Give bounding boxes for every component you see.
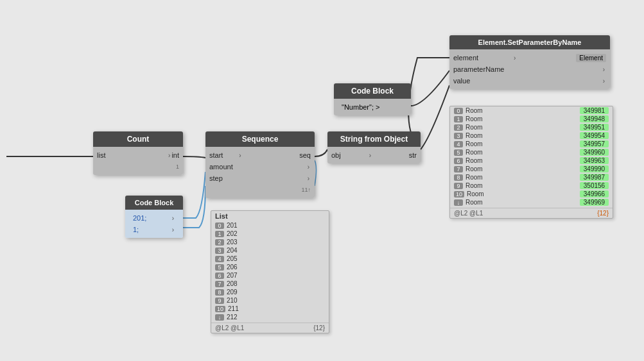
string-output-str: str — [409, 151, 417, 159]
string-input-obj: obj — [331, 151, 368, 159]
room-item: 8 Room 349987 — [450, 173, 613, 181]
codeblock-bottom-node: Code Block 201; › 1; › — [125, 196, 183, 238]
list-item: 8 209 — [211, 288, 329, 296]
seq-input-start: start — [209, 151, 238, 159]
count-output-int: int — [171, 151, 179, 159]
list-item: 4 205 — [211, 255, 329, 263]
list-item: 9 210 — [211, 296, 329, 305]
setparam-output-element: Element — [576, 54, 606, 62]
codeblock-top-title: Code Block — [334, 83, 411, 99]
count-input-list: list — [97, 151, 167, 159]
list-panel-header: List — [211, 211, 329, 221]
setparam-input-value: value — [453, 77, 602, 85]
count-node-title: Count — [93, 131, 183, 147]
room-footer-left: @L2 @L1 — [454, 210, 483, 217]
room-item: 4 Room 349957 — [450, 140, 613, 148]
string-node-body: obj › str — [327, 147, 421, 164]
codeblock-line2-row: 1; › — [129, 224, 179, 235]
count-row-number: 1 — [93, 161, 183, 172]
sequence-row-start: start › seq — [205, 149, 315, 161]
codeblock-line1-row: 201; › — [129, 212, 179, 224]
string-row-obj: obj › str — [327, 149, 421, 161]
string-node-title: String from Object — [327, 131, 421, 147]
room-item: 1 Room 349948 — [450, 115, 613, 123]
list-item: 5 206 — [211, 263, 329, 271]
sequence-row-step: step › — [205, 172, 315, 184]
list-footer-left: @L2 @L1 — [215, 324, 244, 332]
room-footer-right: {12} — [597, 210, 609, 217]
codeblock-bottom-body: 201; › 1; › — [125, 210, 183, 238]
sequence-footer-row: 11↑ — [205, 184, 315, 196]
room-item: ↓ Room 349969 — [450, 198, 613, 206]
room-item: 0 Room 349981 — [450, 106, 613, 115]
list-item: 10 211 — [211, 305, 329, 313]
sequence-node: Sequence start › seq amount › step › 11↑ — [205, 131, 315, 198]
room-item: 3 Room 349954 — [450, 131, 613, 140]
room-item: 2 Room 349951 — [450, 123, 613, 131]
room-panel-scroll-area: 0 Room 349981 1 Room 349948 2 Room 34995… — [450, 106, 613, 206]
codeblock-line1: 201; — [133, 214, 171, 222]
seq-input-amount: amount — [209, 163, 306, 171]
room-item: 6 Room 349963 — [450, 156, 613, 165]
list-item: 7 208 — [211, 280, 329, 288]
list-item: 2 203 — [211, 238, 329, 246]
codeblock-bottom-title: Code Block — [125, 196, 183, 210]
setparam-input-paramname: parameterName — [453, 65, 602, 73]
setparam-row-value: value › — [449, 75, 610, 87]
list-item: 0 201 — [211, 221, 329, 230]
list-footer: @L2 @L1 {12} — [211, 323, 329, 333]
room-panel: 0 Room 349981 1 Room 349948 2 Room 34995… — [449, 106, 613, 219]
string-from-object-node: String from Object obj › str — [327, 131, 421, 164]
room-items: 0 Room 349981 1 Room 349948 2 Room 34995… — [450, 106, 613, 206]
sequence-node-title: Sequence — [205, 131, 315, 147]
list-item: ↓ 212 — [211, 313, 329, 321]
sequence-node-body: start › seq amount › step › 11↑ — [205, 147, 315, 198]
set-param-body: element › Element parameterName › value … — [449, 49, 610, 89]
seq-input-step: step — [209, 174, 306, 182]
list-item: 1 202 — [211, 230, 329, 238]
setparam-row-paramname: parameterName › — [449, 63, 610, 75]
sequence-row-amount: amount › — [205, 161, 315, 172]
codeblock-top-node: Code Block "Number"; > — [334, 83, 411, 115]
set-param-title: Element.SetParameterByName — [449, 35, 610, 49]
room-item: 5 Room 349960 — [450, 148, 613, 156]
list-item: 3 204 — [211, 246, 329, 255]
room-item: 7 Room 349990 — [450, 165, 613, 173]
list-item: 6 207 — [211, 271, 329, 280]
room-footer: @L2 @L1 {12} — [450, 208, 613, 218]
codeblock-line2: 1; — [133, 226, 171, 233]
count-node-body: list › int 1 — [93, 147, 183, 175]
canvas: Count list › int 1 Sequence start › seq — [0, 0, 644, 361]
count-row-list: list › int — [93, 149, 183, 161]
room-item: 10 Room 349966 — [450, 190, 613, 198]
seq-output-seq: seq — [299, 151, 311, 159]
list-items: 0 201 1 202 2 203 3 204 4 205 5 206 — [211, 221, 329, 321]
count-node: Count list › int 1 — [93, 131, 183, 175]
list-panel: List 0 201 1 202 2 203 3 204 4 205 — [211, 210, 329, 333]
codeblock-top-body: "Number"; > — [334, 99, 411, 115]
room-item: 9 Room 350156 — [450, 181, 613, 190]
set-param-node: Element.SetParameterByName element › Ele… — [449, 35, 610, 89]
list-footer-right: {12} — [313, 324, 325, 332]
codeblock-top-content: "Number"; > — [338, 101, 407, 113]
setparam-input-element: element — [453, 54, 512, 62]
setparam-row-element: element › Element — [449, 52, 610, 63]
